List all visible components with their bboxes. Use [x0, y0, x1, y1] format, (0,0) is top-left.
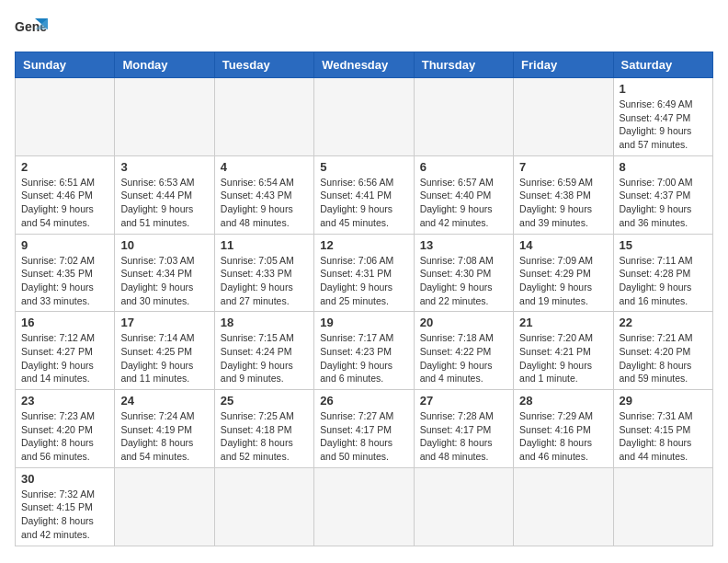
day-info: Sunrise: 7:14 AM Sunset: 4:25 PM Dayligh…: [120, 331, 208, 385]
calendar-cell: [314, 467, 414, 546]
day-info: Sunrise: 7:09 AM Sunset: 4:29 PM Dayligh…: [519, 254, 607, 308]
day-number: 7: [519, 160, 607, 174]
calendar-cell: 13Sunrise: 7:08 AM Sunset: 4:30 PM Dayli…: [414, 234, 513, 312]
day-number: 10: [120, 238, 208, 252]
day-number: 22: [620, 316, 707, 329]
day-info: Sunrise: 7:20 AM Sunset: 4:21 PM Dayligh…: [519, 331, 607, 385]
calendar-cell: 22Sunrise: 7:21 AM Sunset: 4:20 PM Dayli…: [613, 312, 712, 390]
day-number: 29: [620, 394, 707, 408]
weekday-wednesday: Wednesday: [314, 52, 414, 78]
day-number: 14: [519, 238, 607, 252]
day-number: 6: [420, 160, 507, 174]
calendar-cell: 17Sunrise: 7:14 AM Sunset: 4:25 PM Dayli…: [115, 312, 214, 390]
calendar-cell: 4Sunrise: 6:54 AM Sunset: 4:43 PM Daylig…: [214, 155, 313, 234]
logo-icon: General: [15, 15, 48, 40]
weekday-thursday: Thursday: [414, 52, 513, 78]
calendar-cell: [613, 467, 712, 546]
day-info: Sunrise: 6:56 AM Sunset: 4:41 PM Dayligh…: [320, 176, 407, 230]
calendar-cell: [314, 78, 414, 156]
day-number: 11: [221, 238, 308, 252]
day-info: Sunrise: 7:08 AM Sunset: 4:30 PM Dayligh…: [420, 254, 507, 308]
calendar-cell: 9Sunrise: 7:02 AM Sunset: 4:35 PM Daylig…: [16, 234, 115, 312]
day-number: 13: [420, 238, 507, 252]
calendar-cell: 24Sunrise: 7:24 AM Sunset: 4:19 PM Dayli…: [115, 390, 214, 468]
day-number: 17: [120, 316, 208, 329]
calendar-table: SundayMondayTuesdayWednesdayThursdayFrid…: [15, 52, 713, 546]
day-number: 1: [620, 82, 707, 96]
calendar-cell: 5Sunrise: 6:56 AM Sunset: 4:41 PM Daylig…: [314, 155, 414, 234]
calendar-cell: 11Sunrise: 7:05 AM Sunset: 4:33 PM Dayli…: [214, 234, 313, 312]
calendar-cell: 19Sunrise: 7:17 AM Sunset: 4:23 PM Dayli…: [314, 312, 414, 390]
calendar-cell: 20Sunrise: 7:18 AM Sunset: 4:22 PM Dayli…: [414, 312, 513, 390]
calendar-cell: 16Sunrise: 7:12 AM Sunset: 4:27 PM Dayli…: [16, 312, 115, 390]
day-info: Sunrise: 7:15 AM Sunset: 4:24 PM Dayligh…: [221, 331, 308, 385]
day-info: Sunrise: 7:23 AM Sunset: 4:20 PM Dayligh…: [21, 409, 108, 464]
day-number: 2: [21, 160, 108, 174]
calendar-cell: 3Sunrise: 6:53 AM Sunset: 4:44 PM Daylig…: [115, 155, 214, 234]
day-info: Sunrise: 7:18 AM Sunset: 4:22 PM Dayligh…: [420, 331, 507, 385]
day-info: Sunrise: 6:49 AM Sunset: 4:47 PM Dayligh…: [620, 98, 707, 152]
calendar-cell: 8Sunrise: 7:00 AM Sunset: 4:37 PM Daylig…: [613, 155, 712, 234]
day-number: 5: [320, 160, 407, 174]
calendar-week-row: 9Sunrise: 7:02 AM Sunset: 4:35 PM Daylig…: [16, 234, 713, 312]
day-info: Sunrise: 7:25 AM Sunset: 4:18 PM Dayligh…: [221, 409, 308, 464]
day-number: 12: [320, 238, 407, 252]
calendar-cell: 29Sunrise: 7:31 AM Sunset: 4:15 PM Dayli…: [613, 390, 712, 468]
calendar-cell: 10Sunrise: 7:03 AM Sunset: 4:34 PM Dayli…: [115, 234, 214, 312]
weekday-header-row: SundayMondayTuesdayWednesdayThursdayFrid…: [16, 52, 713, 78]
calendar-cell: [414, 78, 513, 156]
calendar-week-row: 2Sunrise: 6:51 AM Sunset: 4:46 PM Daylig…: [16, 155, 713, 234]
day-info: Sunrise: 6:54 AM Sunset: 4:43 PM Dayligh…: [221, 176, 308, 230]
calendar-cell: [214, 78, 313, 156]
day-info: Sunrise: 7:17 AM Sunset: 4:23 PM Dayligh…: [320, 331, 407, 385]
calendar-cell: 18Sunrise: 7:15 AM Sunset: 4:24 PM Dayli…: [214, 312, 313, 390]
logo: General: [15, 15, 51, 40]
page-header: General: [15, 15, 713, 40]
day-info: Sunrise: 7:21 AM Sunset: 4:20 PM Dayligh…: [620, 331, 707, 385]
day-number: 28: [519, 394, 607, 408]
calendar-cell: 26Sunrise: 7:27 AM Sunset: 4:17 PM Dayli…: [314, 390, 414, 468]
calendar-cell: [115, 78, 214, 156]
day-info: Sunrise: 7:11 AM Sunset: 4:28 PM Dayligh…: [620, 254, 707, 308]
calendar-cell: [514, 467, 613, 546]
day-number: 27: [420, 394, 507, 408]
calendar-cell: 1Sunrise: 6:49 AM Sunset: 4:47 PM Daylig…: [613, 78, 712, 156]
calendar-cell: 28Sunrise: 7:29 AM Sunset: 4:16 PM Dayli…: [514, 390, 613, 468]
calendar-week-row: 16Sunrise: 7:12 AM Sunset: 4:27 PM Dayli…: [16, 312, 713, 390]
day-number: 24: [120, 394, 208, 408]
day-number: 21: [519, 316, 607, 329]
weekday-saturday: Saturday: [613, 52, 712, 78]
weekday-sunday: Sunday: [16, 52, 115, 78]
calendar-week-row: 1Sunrise: 6:49 AM Sunset: 4:47 PM Daylig…: [16, 78, 713, 156]
calendar-cell: 23Sunrise: 7:23 AM Sunset: 4:20 PM Dayli…: [16, 390, 115, 468]
day-number: 16: [21, 316, 108, 329]
calendar-cell: 14Sunrise: 7:09 AM Sunset: 4:29 PM Dayli…: [514, 234, 613, 312]
weekday-monday: Monday: [115, 52, 214, 78]
day-info: Sunrise: 7:02 AM Sunset: 4:35 PM Dayligh…: [21, 254, 108, 308]
day-number: 26: [320, 394, 407, 408]
day-number: 25: [221, 394, 308, 408]
day-info: Sunrise: 6:53 AM Sunset: 4:44 PM Dayligh…: [120, 176, 208, 230]
day-info: Sunrise: 7:00 AM Sunset: 4:37 PM Dayligh…: [620, 176, 707, 230]
calendar-cell: [16, 78, 115, 156]
calendar-cell: 21Sunrise: 7:20 AM Sunset: 4:21 PM Dayli…: [514, 312, 613, 390]
day-info: Sunrise: 6:57 AM Sunset: 4:40 PM Dayligh…: [420, 176, 507, 230]
calendar-cell: 7Sunrise: 6:59 AM Sunset: 4:38 PM Daylig…: [514, 155, 613, 234]
day-number: 15: [620, 238, 707, 252]
weekday-tuesday: Tuesday: [214, 52, 313, 78]
calendar-week-row: 30Sunrise: 7:32 AM Sunset: 4:15 PM Dayli…: [16, 467, 713, 546]
day-info: Sunrise: 7:06 AM Sunset: 4:31 PM Dayligh…: [320, 254, 407, 308]
day-number: 23: [21, 394, 108, 408]
calendar-cell: [514, 78, 613, 156]
day-number: 9: [21, 238, 108, 252]
day-info: Sunrise: 7:31 AM Sunset: 4:15 PM Dayligh…: [620, 409, 707, 464]
calendar-cell: 25Sunrise: 7:25 AM Sunset: 4:18 PM Dayli…: [214, 390, 313, 468]
calendar-cell: [414, 467, 513, 546]
day-number: 4: [221, 160, 308, 174]
day-info: Sunrise: 7:05 AM Sunset: 4:33 PM Dayligh…: [221, 254, 308, 308]
day-info: Sunrise: 6:59 AM Sunset: 4:38 PM Dayligh…: [519, 176, 607, 230]
day-number: 20: [420, 316, 507, 329]
calendar-cell: [214, 467, 313, 546]
day-number: 8: [620, 160, 707, 174]
day-info: Sunrise: 6:51 AM Sunset: 4:46 PM Dayligh…: [21, 176, 108, 230]
